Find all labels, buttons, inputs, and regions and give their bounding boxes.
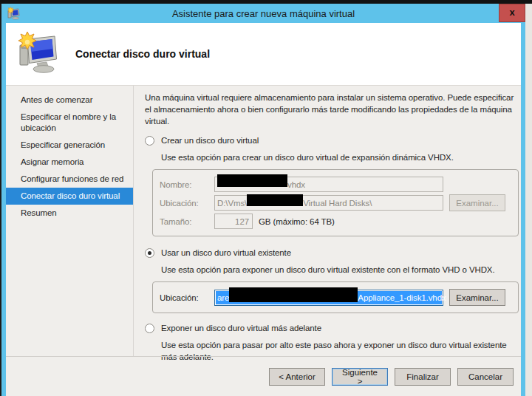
- close-button[interactable]: x: [499, 4, 525, 22]
- location-input: D:\Vms\ Virtual Hard Disks\: [214, 195, 443, 211]
- location-suffix: Virtual Hard Disks\: [303, 197, 372, 209]
- wizard-header: Conectar disco duro virtual: [6, 23, 521, 86]
- radio-create-virtual-disk[interactable]: Crear un disco duro virtual: [145, 134, 519, 146]
- radio-later-label: Exponer un disco duro virtual más adelan…: [161, 322, 321, 334]
- size-value: 127: [235, 216, 249, 228]
- size-unit-text: GB (máximo: 64 TB): [259, 216, 335, 228]
- wizard-main-content: Una máquina virtual requiere almacenamie…: [134, 86, 521, 356]
- page-title: Conectar disco duro virtual: [75, 48, 210, 60]
- wizard-body: Antes de comenzar Especificar el nombre …: [6, 86, 521, 356]
- titlebar: Asistente para crear nueva máquina virtu…: [1, 4, 525, 23]
- name-input: vhdx: [214, 177, 443, 192]
- radio-use-existing-disk[interactable]: Usar un disco duro virtual existente: [145, 247, 519, 259]
- existing-location-field-row: Ubicación: are Appliance_1-disk1.vhdx Ex…: [160, 289, 511, 306]
- previous-button[interactable]: < Anterior: [269, 368, 325, 386]
- sidebar-item-funciones-red[interactable]: Configurar funciones de red: [6, 171, 133, 188]
- browse-button-disabled: Examinar...: [449, 194, 505, 211]
- radio-create-label: Crear un disco duro virtual: [161, 134, 259, 146]
- window-title: Asistente para crear nueva máquina virtu…: [1, 8, 525, 19]
- sidebar-item-resumen[interactable]: Resumen: [6, 205, 133, 222]
- radio-checked-icon: [145, 248, 154, 258]
- radio-attach-later[interactable]: Exponer un disco duro virtual más adelan…: [145, 322, 519, 334]
- sidebar-item-antes-de-comenzar[interactable]: Antes de comenzar: [6, 92, 133, 109]
- sidebar-item-generacion[interactable]: Especificar generación: [6, 137, 133, 154]
- intro-text: Una máquina virtual requiere almacenamie…: [145, 92, 516, 127]
- location-label: Ubicación:: [160, 197, 214, 209]
- size-field-row: Tamaño: 127 GB (máximo: 64 TB): [160, 214, 511, 229]
- radio-unchecked-icon: [145, 136, 154, 146]
- size-input: 127: [214, 214, 253, 229]
- next-button[interactable]: Siguiente >: [332, 368, 388, 386]
- wizard-dialog: Conectar disco duro virtual Antes de com…: [6, 23, 521, 396]
- existing-location-start: are: [217, 292, 229, 304]
- redaction-block: [247, 194, 303, 206]
- create-disk-groupbox: Nombre: vhdx Ubicación: D:\Vms\ V: [152, 169, 519, 236]
- radio-unchecked-icon: [145, 324, 154, 333]
- name-field-row: Nombre: vhdx: [160, 177, 511, 192]
- new-vm-hard-disk-icon: [16, 31, 61, 77]
- desktop-background-strip: [525, 0, 532, 396]
- redaction-block: [229, 287, 358, 302]
- background-top-strip: [0, 0, 532, 4]
- sidebar-item-asignar-memoria[interactable]: Asignar memoria: [6, 154, 133, 171]
- radio-existing-label: Usar un disco duro virtual existente: [161, 247, 291, 259]
- redaction-block: [217, 174, 287, 187]
- wizard-footer: < Anterior Siguiente > Finalizar Cancela…: [6, 356, 521, 396]
- browse-button[interactable]: Examinar...: [449, 289, 505, 306]
- existing-location-end: Appliance_1-disk1.vhdx: [358, 292, 446, 304]
- existing-location-input[interactable]: are Appliance_1-disk1.vhdx: [214, 290, 443, 306]
- selected-text-highlight: are Appliance_1-disk1.vhdx: [216, 291, 442, 304]
- location-field-row: Ubicación: D:\Vms\ Virtual Hard Disks\ E…: [160, 194, 511, 211]
- size-label: Tamaño:: [160, 216, 214, 228]
- wizard-steps-sidebar: Antes de comenzar Especificar el nombre …: [6, 86, 134, 356]
- name-label: Nombre:: [160, 179, 214, 191]
- wizard-window: Asistente para crear nueva máquina virtu…: [1, 4, 525, 396]
- location-prefix: D:\Vms\: [217, 197, 247, 209]
- sidebar-item-nombre-ubicacion[interactable]: Especificar el nombre y la ubicación: [6, 109, 133, 137]
- existing-location-label: Ubicación:: [160, 292, 214, 304]
- close-icon: x: [509, 7, 514, 17]
- sidebar-item-conectar-disco[interactable]: Conectar disco duro virtual: [6, 188, 133, 205]
- existing-disk-groupbox: Ubicación: are Appliance_1-disk1.vhdx Ex…: [152, 281, 519, 313]
- finish-button[interactable]: Finalizar: [395, 368, 451, 386]
- screenshot-background: Asistente para crear nueva máquina virtu…: [0, 0, 532, 396]
- new-vm-icon: [7, 7, 21, 20]
- create-option-description: Use esta opción para crear un disco duro…: [161, 151, 517, 163]
- existing-option-description: Use esta opción para exponer un disco du…: [161, 264, 517, 276]
- name-value: vhdx: [287, 179, 305, 191]
- cancel-button[interactable]: Cancelar: [457, 368, 514, 386]
